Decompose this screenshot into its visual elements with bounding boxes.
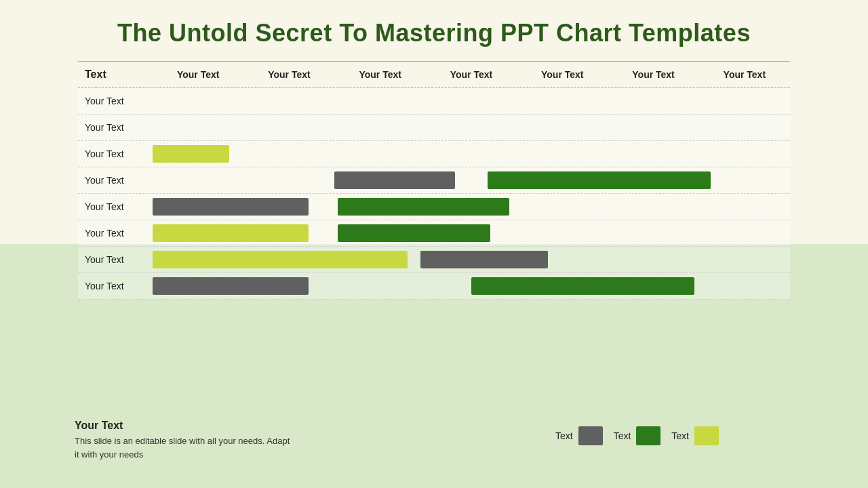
- chart-header: Text Your TextYour TextYour TextYour Tex…: [78, 61, 790, 88]
- chart-container: Text Your TextYour TextYour TextYour Tex…: [78, 61, 790, 300]
- legend-box-gray: [578, 426, 603, 445]
- chart-row: Your Text: [78, 88, 790, 115]
- header-row-label: Text: [78, 68, 153, 81]
- legend-item-1: Text: [614, 426, 661, 445]
- col-header-4: Your Text: [517, 69, 608, 80]
- legend-box-yellow: [694, 426, 719, 445]
- chart-row: Your Text: [78, 273, 790, 300]
- col-header-0: Your Text: [153, 69, 243, 80]
- row-label-1: Your Text: [78, 122, 153, 133]
- bars-area-2: [153, 141, 790, 167]
- row-label-2: Your Text: [78, 148, 153, 159]
- bar-3-1: [488, 171, 711, 189]
- page-title: The Untold Secret To Mastering PPT Chart…: [0, 0, 868, 61]
- footer: Your Text This slide is an editable slid…: [75, 420, 719, 461]
- col-header-3: Your Text: [426, 69, 517, 80]
- legend-box-green: [636, 426, 660, 445]
- col-header-6: Your Text: [699, 69, 790, 80]
- bars-area-7: [153, 273, 790, 299]
- bars-area-3: [153, 167, 790, 193]
- page: The Untold Secret To Mastering PPT Chart…: [0, 0, 868, 488]
- row-label-5: Your Text: [78, 228, 153, 239]
- bar-7-0: [153, 277, 309, 295]
- footer-text-block: Your Text This slide is an editable slid…: [75, 420, 292, 461]
- col-header-2: Your Text: [335, 69, 426, 80]
- column-headers: Your TextYour TextYour TextYour TextYour…: [153, 69, 790, 80]
- legend-label-1: Text: [614, 430, 631, 441]
- chart-row: Your Text: [78, 115, 790, 141]
- legend-item-2: Text: [671, 426, 719, 445]
- bar-4-1: [338, 198, 510, 216]
- bar-3-0: [334, 171, 456, 189]
- bars-area-6: [153, 247, 790, 272]
- footer-title: Your Text: [75, 420, 292, 432]
- chart-row: Your Text: [78, 194, 790, 220]
- bar-2-0: [153, 145, 229, 163]
- bars-area-1: [153, 115, 790, 140]
- bars-area-4: [153, 194, 790, 220]
- legend-item-0: Text: [555, 426, 603, 445]
- bars-area-0: [153, 88, 790, 114]
- row-label-0: Your Text: [78, 96, 153, 106]
- chart-body: Your TextYour TextYour TextYour TextYour…: [78, 88, 790, 300]
- row-label-7: Your Text: [78, 281, 153, 291]
- bar-7-1: [471, 277, 694, 295]
- footer-description: This slide is an editable slide with all…: [75, 434, 292, 461]
- bar-6-1: [420, 251, 548, 268]
- row-label-4: Your Text: [78, 201, 153, 212]
- bar-5-0: [153, 224, 309, 242]
- chart-row: Your Text: [78, 141, 790, 167]
- bar-5-1: [338, 224, 491, 242]
- legend: TextTextText: [555, 426, 719, 445]
- chart-row: Your Text: [78, 247, 790, 273]
- bar-6-0: [153, 251, 408, 268]
- legend-label-0: Text: [555, 430, 573, 441]
- col-header-5: Your Text: [608, 69, 698, 80]
- legend-label-2: Text: [671, 430, 689, 441]
- col-header-1: Your Text: [243, 69, 334, 80]
- chart-row: Your Text: [78, 167, 790, 194]
- chart-row: Your Text: [78, 220, 790, 247]
- row-label-6: Your Text: [78, 254, 153, 265]
- bar-4-0: [153, 198, 309, 216]
- row-label-3: Your Text: [78, 175, 153, 186]
- bars-area-5: [153, 220, 790, 246]
